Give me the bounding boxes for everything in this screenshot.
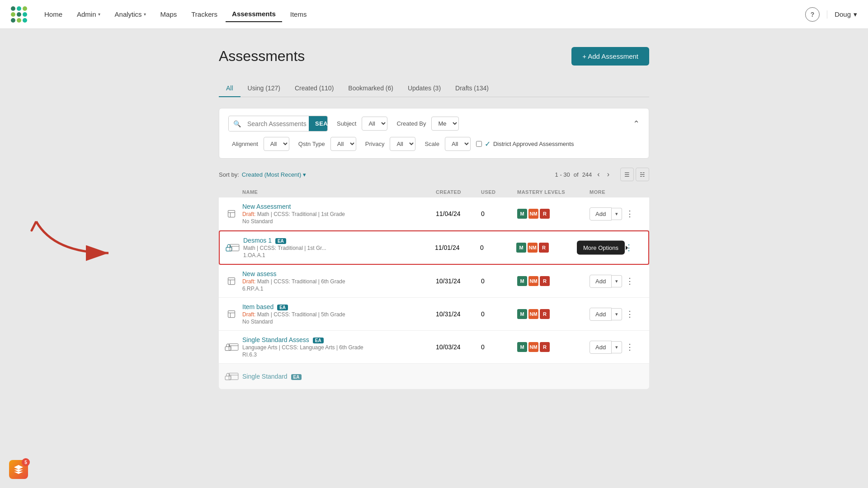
assessment-name[interactable]: Desmos 1 EA xyxy=(243,237,435,244)
add-actions: Add ▾ ⋮ More Options xyxy=(589,241,643,254)
logo-dot xyxy=(23,12,27,17)
main-content: Assessments + Add Assessment All Using (… xyxy=(208,29,660,407)
add-dropdown-button[interactable]: ▾ xyxy=(612,275,622,287)
filter-bottom-row: Alignment All Qstn Type All Privacy All … xyxy=(228,137,640,151)
draft-label: Draft: xyxy=(242,278,255,285)
tab-drafts[interactable]: Drafts (134) xyxy=(448,80,496,97)
sort-button[interactable]: Created (Most Recent) ▾ xyxy=(242,171,307,178)
scale-select[interactable]: All xyxy=(445,137,471,151)
tab-updates[interactable]: Updates (3) xyxy=(401,80,448,97)
add-button[interactable]: Add xyxy=(590,341,612,354)
pagination-total: 244 xyxy=(582,171,592,178)
mastery-badges: M NM R xyxy=(517,342,590,352)
used-count: 0 xyxy=(480,244,516,251)
more-options-button[interactable]: ⋮ xyxy=(622,274,637,288)
add-assessment-button[interactable]: + Add Assessment xyxy=(571,47,649,66)
tab-using[interactable]: Using (127) xyxy=(241,80,288,97)
search-button[interactable]: SEARCH xyxy=(309,116,328,131)
add-button[interactable]: Add xyxy=(590,207,612,221)
table-header: NAME CREATED USED MASTERY LEVELS MORE xyxy=(219,187,649,197)
tab-all[interactable]: All xyxy=(219,80,241,97)
grid-view-button[interactable]: ☵ xyxy=(636,168,649,181)
row-lock-icon xyxy=(224,369,239,384)
assessment-info: Single Standard EA xyxy=(242,373,436,380)
privacy-select[interactable]: All xyxy=(390,137,415,151)
tab-created[interactable]: Created (110) xyxy=(288,80,341,97)
assessment-standard: No Standard xyxy=(242,319,436,325)
add-dropdown-button[interactable]: ▾ xyxy=(612,208,622,220)
assessment-meta: Language Arts | CCSS: Language Arts | 6t… xyxy=(242,344,436,351)
assessment-name[interactable]: Item based EA xyxy=(242,303,436,310)
used-count: 0 xyxy=(481,343,517,351)
more-options-button[interactable]: ⋮ xyxy=(622,207,637,221)
mastery-m-badge: M xyxy=(517,309,527,319)
add-actions: Add ▾ ⋮ xyxy=(590,307,644,321)
page-header: Assessments + Add Assessment xyxy=(219,47,649,66)
mastery-r-badge: R xyxy=(539,243,549,253)
list-view-button[interactable]: ☰ xyxy=(620,168,634,181)
assessment-name[interactable]: Single Standard Assess EA xyxy=(242,336,436,343)
app-logo[interactable] xyxy=(11,6,27,23)
qstn-type-label: Qstn Type xyxy=(298,141,325,147)
notification-badge[interactable]: 5 xyxy=(9,460,28,479)
tab-bookmarked[interactable]: Bookmarked (6) xyxy=(341,80,401,97)
prev-page-button[interactable]: ‹ xyxy=(595,169,601,180)
more-options-button[interactable]: ⋮ xyxy=(622,307,637,321)
nav-admin[interactable]: Admin ▾ xyxy=(71,7,107,22)
mastery-r-badge: R xyxy=(540,276,550,286)
assessment-name[interactable]: New assess xyxy=(242,270,436,277)
nav-analytics[interactable]: Analytics ▾ xyxy=(108,7,152,22)
created-date: 10/31/24 xyxy=(436,310,481,318)
notification-area: 5 xyxy=(9,460,28,479)
mastery-r-badge: R xyxy=(540,309,550,319)
district-approved-checkbox[interactable] xyxy=(476,141,482,147)
help-button[interactable]: ? xyxy=(805,7,820,22)
add-button[interactable]: Add xyxy=(590,275,612,288)
more-options-button[interactable]: ⋮ xyxy=(622,340,637,354)
draft-label: Draft: xyxy=(242,311,255,318)
add-button[interactable]: Add xyxy=(589,241,611,254)
assessment-meta: Draft: Math | CCSS: Traditional | 6th Gr… xyxy=(242,278,436,285)
collapse-filters-button[interactable]: ⌃ xyxy=(633,119,640,129)
arrow-annotation xyxy=(27,217,127,272)
nav-home[interactable]: Home xyxy=(38,7,69,22)
mastery-nm-badge: NM xyxy=(528,342,538,352)
mastery-nm-badge: NM xyxy=(528,309,538,319)
assessment-info: New assess Draft: Math | CCSS: Tradition… xyxy=(242,270,436,292)
sort-pagination-row: Sort by: Created (Most Recent) ▾ 1 - 30 … xyxy=(219,168,649,181)
add-button[interactable]: Add xyxy=(590,308,612,321)
assessment-meta: Math | CCSS: Traditional | 1st Gr... xyxy=(243,245,435,251)
svg-rect-10 xyxy=(228,311,235,318)
add-dropdown-button[interactable]: ▾ xyxy=(612,308,622,320)
add-dropdown-button[interactable]: ▾ xyxy=(611,242,621,254)
next-page-button[interactable]: › xyxy=(605,169,611,180)
created-date: 11/04/24 xyxy=(436,210,481,217)
mastery-nm-badge: NM xyxy=(528,243,538,253)
logo-dot xyxy=(17,18,21,23)
assessment-info: Item based EA Draft: Math | CCSS: Tradit… xyxy=(242,303,436,325)
alignment-select[interactable]: All xyxy=(264,137,289,151)
table-row: Item based EA Draft: Math | CCSS: Tradit… xyxy=(219,298,649,331)
search-input[interactable] xyxy=(245,117,309,131)
qstn-type-select[interactable]: All xyxy=(330,137,356,151)
used-count: 0 xyxy=(481,210,517,217)
row-lock-icon xyxy=(225,240,240,255)
subject-select[interactable]: All xyxy=(362,117,387,131)
assessments-table: NAME CREATED USED MASTERY LEVELS MORE Ne… xyxy=(219,187,649,389)
assessment-name[interactable]: New Assessment xyxy=(242,203,436,210)
created-by-select[interactable]: Me xyxy=(431,117,459,131)
svg-rect-14 xyxy=(229,344,238,351)
sort-chevron-icon: ▾ xyxy=(303,171,306,178)
nav-assessments[interactable]: Assessments xyxy=(226,6,282,22)
assessment-name[interactable]: Single Standard EA xyxy=(242,373,436,380)
ea-badge: EA xyxy=(313,338,324,343)
nav-items[interactable]: Items xyxy=(284,7,313,22)
nav-maps[interactable]: Maps xyxy=(154,7,184,22)
nav-trackers[interactable]: Trackers xyxy=(185,7,224,22)
user-menu[interactable]: Doug ▾ xyxy=(827,10,857,19)
chevron-down-icon: ▾ xyxy=(98,12,100,17)
assessment-standard: No Standard xyxy=(242,218,436,225)
verified-icon: ✓ xyxy=(485,140,491,148)
add-dropdown-button[interactable]: ▾ xyxy=(612,341,622,353)
more-options-button[interactable]: ⋮ xyxy=(621,241,637,254)
